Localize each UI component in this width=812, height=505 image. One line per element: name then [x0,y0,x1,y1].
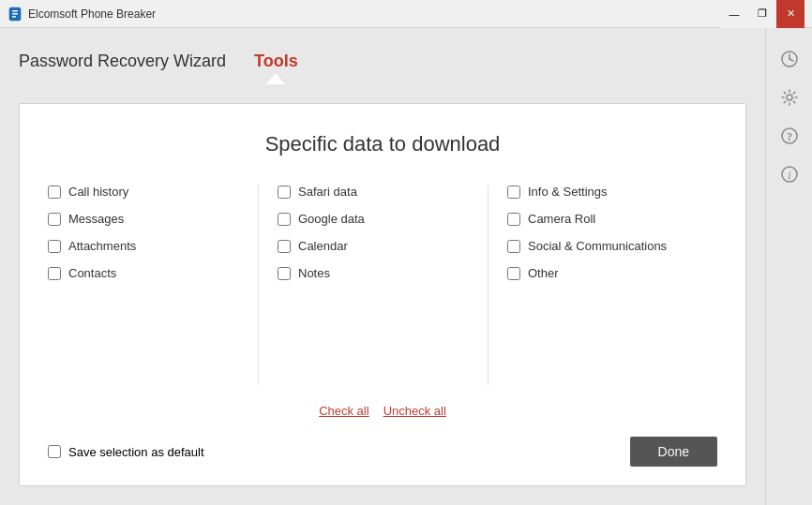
left-panel: Password Recovery Wizard Tools Specific … [0,28,765,505]
main-container: Password Recovery Wizard Tools Specific … [0,28,812,505]
info-icon-button[interactable]: i [773,157,806,191]
checkbox-other[interactable]: Other [507,266,699,280]
checkbox-notes[interactable]: Notes [278,266,469,280]
history-icon-button[interactable] [773,42,806,76]
checkbox-social-communications-label: Social & Communications [528,239,667,253]
checkbox-calendar-label: Calendar [298,239,348,253]
nav-tools[interactable]: Tools [254,52,298,71]
nav-bar: Password Recovery Wizard Tools [0,28,765,94]
nav-password-wizard[interactable]: Password Recovery Wizard [19,52,226,71]
checkbox-attachments-input[interactable] [48,240,61,253]
checkbox-column-2: Safari data Google data Calendar Notes [259,185,489,385]
checkbox-camera-roll-label: Camera Roll [528,212,595,226]
checkbox-attachments[interactable]: Attachments [48,239,239,253]
uncheck-all-button[interactable]: Uncheck all [383,404,446,418]
checkbox-notes-label: Notes [298,266,330,280]
checkbox-social-communications[interactable]: Social & Communications [507,239,699,253]
title-bar: Elcomsoft Phone Breaker — ❐ ✕ [0,0,812,28]
svg-text:?: ? [787,130,792,143]
checkbox-info-settings-input[interactable] [507,186,520,199]
help-icon-button[interactable]: ? [773,119,806,153]
window-title: Elcomsoft Phone Breaker [28,7,156,21]
checkbox-safari-data[interactable]: Safari data [278,185,469,199]
settings-icon-button[interactable] [773,81,806,114]
restore-button[interactable]: ❐ [748,0,776,28]
svg-rect-1 [12,10,18,12]
content-card: Specific data to download Call history M… [19,103,746,486]
checkbox-column-3: Info & Settings Camera Roll Social & Com… [489,185,717,385]
checkbox-column-1: Call history Messages Attachments Contac… [48,185,259,385]
checkbox-contacts[interactable]: Contacts [48,266,239,280]
checkbox-info-settings[interactable]: Info & Settings [507,185,699,199]
checkbox-notes-input[interactable] [278,267,291,280]
link-row: Check all Uncheck all [48,404,717,418]
checkbox-call-history-input[interactable] [48,186,61,199]
checkbox-safari-data-input[interactable] [278,186,291,199]
title-bar-left: Elcomsoft Phone Breaker [8,7,156,22]
svg-rect-3 [12,16,16,18]
checkbox-google-data-label: Google data [298,212,365,226]
minimize-button[interactable]: — [720,0,748,28]
footer-row: Save selection as default Done [48,437,717,467]
checkbox-camera-roll[interactable]: Camera Roll [507,212,699,226]
right-sidebar: ? i [765,28,812,505]
card-title: Specific data to download [48,132,717,156]
checkbox-call-history[interactable]: Call history [48,185,239,199]
svg-rect-2 [12,13,18,15]
checkbox-attachments-label: Attachments [68,239,136,253]
checkbox-social-communications-input[interactable] [507,240,520,253]
app-icon [8,7,23,22]
svg-point-7 [787,95,792,100]
checkbox-contacts-label: Contacts [68,266,116,280]
window-controls: — ❐ ✕ [720,0,804,28]
checkbox-camera-roll-input[interactable] [507,213,520,226]
save-default-checkbox[interactable] [48,445,61,458]
checkbox-google-data-input[interactable] [278,213,291,226]
checkbox-calendar[interactable]: Calendar [278,239,469,253]
svg-text:i: i [788,169,790,182]
save-default-label: Save selection as default [68,445,204,459]
checkbox-other-input[interactable] [507,267,520,280]
save-default-item[interactable]: Save selection as default [48,445,204,459]
check-all-button[interactable]: Check all [319,404,368,418]
done-button[interactable]: Done [630,437,717,467]
checkboxes-container: Call history Messages Attachments Contac… [48,185,717,385]
checkbox-info-settings-label: Info & Settings [528,185,608,199]
close-button[interactable]: ✕ [776,0,804,28]
checkbox-safari-data-label: Safari data [298,185,357,199]
svg-line-6 [789,59,793,61]
checkbox-other-label: Other [528,266,559,280]
checkbox-contacts-input[interactable] [48,267,61,280]
checkbox-calendar-input[interactable] [278,240,291,253]
checkbox-call-history-label: Call history [68,185,128,199]
checkbox-google-data[interactable]: Google data [278,212,469,226]
checkbox-messages[interactable]: Messages [48,212,239,226]
checkbox-messages-input[interactable] [48,213,61,226]
checkbox-messages-label: Messages [68,212,124,226]
